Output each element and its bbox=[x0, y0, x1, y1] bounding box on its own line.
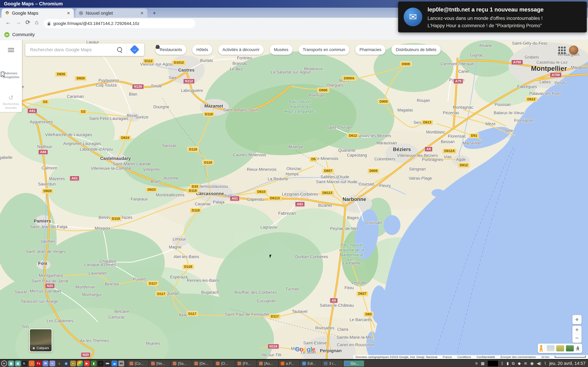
terminal-teal-icon[interactable]: ▣ bbox=[8, 361, 14, 366]
reload-icon[interactable]: ⟳ bbox=[26, 19, 30, 26]
layers-button[interactable]: ◈ Calques bbox=[29, 328, 52, 352]
calculator-icon[interactable]: ± bbox=[56, 361, 62, 366]
zoom-in-button[interactable]: + bbox=[572, 326, 582, 334]
taskbar-window-button[interactable]: Edi... bbox=[301, 361, 321, 366]
privacy-link[interactable]: Confidentialité bbox=[477, 355, 495, 359]
imagery-thumbnail[interactable] bbox=[556, 345, 564, 351]
collapse-chevron-icon[interactable]: ≪ bbox=[575, 346, 581, 351]
search-icon[interactable] bbox=[117, 47, 122, 52]
sidebar-item-saved[interactable]: Adresses enregistrées bbox=[0, 71, 22, 79]
clipboard-icon[interactable]: ⧉ bbox=[512, 361, 515, 366]
filezilla-icon[interactable]: Fz bbox=[36, 361, 42, 366]
new-tab-button[interactable]: + bbox=[151, 10, 158, 17]
files-icon[interactable]: ▤ bbox=[15, 361, 21, 366]
bookmark-community[interactable]: Community bbox=[12, 32, 35, 37]
preview-thumbnail[interactable] bbox=[488, 361, 498, 366]
tab-google-maps[interactable]: Google Maps ✕ bbox=[1, 8, 74, 18]
road-shield: D909A bbox=[342, 76, 356, 81]
mouse-cursor bbox=[269, 254, 273, 258]
road-shield: A709 bbox=[550, 72, 562, 77]
power-app-icon[interactable]: ⌁ bbox=[70, 361, 76, 366]
road-shield: N20 bbox=[81, 352, 91, 357]
attribution-country: France bbox=[443, 355, 452, 359]
microphone-icon[interactable]: ⌇ bbox=[544, 361, 546, 366]
close-tab-icon[interactable]: ✕ bbox=[67, 11, 70, 16]
road-shield: D623 bbox=[146, 187, 157, 192]
mail-app-icon[interactable]: ✉ bbox=[43, 361, 48, 366]
volume-icon[interactable]: ◀) bbox=[537, 361, 541, 366]
terms-link[interactable]: Conditions bbox=[457, 355, 471, 359]
taskbar-window-button[interactable]: [O... bbox=[214, 361, 234, 366]
taskbar-window-button[interactable]: a.P... bbox=[279, 361, 299, 366]
taskbar-window-button[interactable]: [Sa... bbox=[171, 361, 191, 366]
chip-pharmacies[interactable]: Pharmacies bbox=[355, 45, 386, 55]
taskbar-window-button[interactable]: [De... bbox=[193, 361, 213, 366]
sidebar-item-recent[interactable]: ↺ Recherches récentes bbox=[0, 94, 22, 110]
road-shield: D2 bbox=[79, 109, 87, 114]
notes-app-icon[interactable]: ≡ bbox=[50, 361, 55, 366]
taskbar-window-button[interactable]: [Co... bbox=[128, 361, 148, 366]
media-app-icon[interactable]: ▶ bbox=[84, 361, 90, 366]
road-shield: D610 bbox=[256, 189, 267, 194]
chip-hotels[interactable]: Hôtels bbox=[192, 45, 213, 55]
audio-app-icon[interactable]: ∩ bbox=[98, 361, 104, 366]
chip-atms[interactable]: ATM Distributeurs de billets bbox=[391, 45, 441, 55]
tab-nouvel-onglet[interactable]: Nouvel onglet ✕ bbox=[75, 8, 147, 18]
road-shield: A61 bbox=[70, 176, 79, 181]
road-shield: D112 bbox=[143, 58, 154, 64]
camera-app-icon[interactable]: ◎ bbox=[63, 361, 69, 366]
history-icon: ↺ bbox=[0, 94, 22, 101]
menu-mint-icon[interactable]: lm bbox=[1, 361, 7, 366]
update-icon[interactable]: ◉ bbox=[530, 361, 534, 366]
address-bar[interactable]: google.fr/maps/@43.1847144,2.7292644,10z bbox=[44, 19, 195, 28]
notes-tray-icon[interactable]: ▦ bbox=[481, 361, 485, 366]
taskbar-window-button[interactable]: Go... bbox=[344, 361, 364, 366]
terminal-dark-icon[interactable]: $_ bbox=[22, 361, 28, 366]
chip-activities[interactable]: Activités à découvrir bbox=[218, 45, 264, 55]
chip-museums[interactable]: Musées bbox=[270, 45, 293, 55]
bluetooth-icon[interactable]: ᛒ bbox=[501, 361, 504, 366]
taskbar-clock[interactable]: jeu. 20 avril, 14:57 bbox=[549, 361, 586, 366]
road-shield: D117 bbox=[187, 311, 198, 316]
feedback-link[interactable]: Envoyer des commentaires bbox=[501, 355, 536, 359]
keyboard-layout-indicator[interactable]: fr bbox=[476, 361, 478, 366]
wifi-icon[interactable]: ≋ bbox=[524, 361, 527, 366]
green-app-icon[interactable]: ▮ bbox=[91, 361, 97, 366]
back-icon[interactable]: ← bbox=[5, 19, 11, 25]
close-tab-icon[interactable]: ✕ bbox=[140, 11, 144, 16]
zoom-out-button[interactable]: − bbox=[572, 334, 582, 342]
browser-orange-icon[interactable]: ◔ bbox=[29, 361, 35, 366]
pegman-icon[interactable] bbox=[540, 345, 543, 352]
home-icon[interactable]: ⌂ bbox=[35, 19, 38, 25]
taskbar-window-button[interactable]: [Au... bbox=[257, 361, 278, 366]
google-apps-grid-icon[interactable] bbox=[558, 47, 560, 49]
menu-hamburger-icon[interactable] bbox=[8, 48, 14, 49]
account-avatar[interactable] bbox=[568, 45, 579, 55]
chip-transit[interactable]: Transports en commun bbox=[298, 45, 349, 55]
road-shield: D5 bbox=[310, 157, 317, 162]
directions-icon[interactable]: → bbox=[130, 45, 139, 54]
pattern-app-icon[interactable]: ⧓ bbox=[118, 361, 124, 366]
google-maps-favicon bbox=[5, 11, 9, 15]
weather-app-icon[interactable]: ☁ bbox=[112, 361, 117, 366]
taskbar-window-button[interactable]: [Fil... bbox=[236, 361, 256, 366]
imagery-thumbnail[interactable] bbox=[547, 345, 554, 351]
gradient-app-icon[interactable]: ^ bbox=[77, 361, 83, 366]
shutter-app-icon[interactable]: ⋙ bbox=[104, 361, 110, 366]
taskbar-window-button[interactable]: [Ne... bbox=[149, 361, 170, 366]
my-location-button[interactable]: ⌖ bbox=[572, 315, 582, 324]
window-title: Google Maps – Chromium bbox=[4, 1, 63, 6]
road-shield: D908 bbox=[400, 61, 412, 67]
notification-body-line2: L'Happy Hour a commencé ! de "Pixartprin… bbox=[428, 23, 542, 28]
forward-icon[interactable]: → bbox=[15, 19, 21, 25]
battery-icon[interactable]: ▮ bbox=[507, 361, 509, 366]
scale-label: 10 km bbox=[541, 355, 549, 359]
shield-icon[interactable]: ◆ bbox=[518, 361, 521, 366]
road-shield: D607 bbox=[322, 168, 334, 173]
map-canvas[interactable]: LavaurVielmur-sur-AgoutCastresBurlatsFon… bbox=[0, 40, 588, 359]
taskbar-window-button[interactable]: 3 r... bbox=[322, 361, 342, 366]
imagery-thumbnail[interactable] bbox=[566, 345, 574, 351]
mail-notification-popup[interactable]: ✉ lep0le@tntb.net a reçu 1 nouveau messa… bbox=[398, 1, 587, 33]
taskbar-launchers: lm▣▤$_◔Fz✉≡±◎⌁^▶▮∩⋙☁⧓ bbox=[0, 361, 124, 366]
maps-search-box[interactable]: Rechercher dans Google Maps → bbox=[25, 43, 144, 56]
